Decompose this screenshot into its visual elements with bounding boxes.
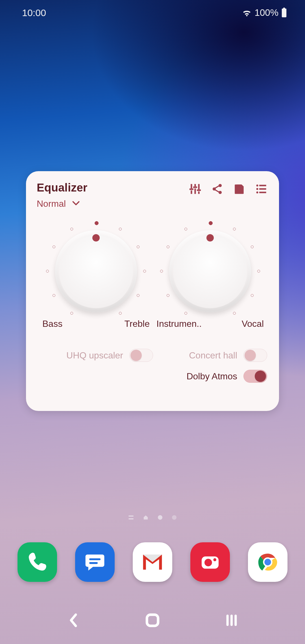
knob-tick [233,228,236,230]
knob-tick [209,221,213,225]
navigation-bar [0,606,305,634]
knob-tick [119,228,122,230]
svg-point-18 [256,184,258,186]
svg-rect-9 [198,192,200,194]
toggle-label: Dolby Atmos [186,371,237,382]
svg-rect-1 [283,8,285,9]
svg-rect-23 [259,192,266,193]
knob-tick [70,312,73,315]
knob-instrument-vocal[interactable]: Instrumen.. Vocal [154,226,267,329]
svg-rect-0 [282,8,286,17]
equalizer-widget: Equalizer Normal [26,171,279,411]
svg-rect-14 [214,185,220,189]
svg-point-29 [213,558,216,561]
svg-rect-15 [214,189,220,193]
svg-rect-7 [193,186,197,188]
list-icon[interactable] [255,182,268,195]
knob-label-left: Bass [42,319,62,329]
app-gmail[interactable] [133,542,172,582]
app-phone[interactable] [18,542,57,582]
svg-rect-4 [189,188,193,190]
share-icon[interactable] [211,182,224,195]
switch[interactable] [243,370,267,383]
knob-label-right: Vocal [242,319,264,329]
knob-tick [184,228,187,230]
svg-rect-21 [259,188,266,190]
status-bar: 10:00 100% [0,0,305,25]
knob-tick [251,245,254,248]
knob-tick [53,294,55,297]
nav-recents[interactable] [215,612,249,629]
toggle-label: UHQ upscaler [66,350,123,361]
svg-rect-8 [198,184,200,190]
switch[interactable] [243,349,267,362]
knob-tick [160,270,163,273]
knob-tick [95,221,99,225]
battery-icon [281,8,287,18]
svg-rect-3 [191,190,192,194]
knob-tick [257,270,260,273]
svg-rect-10 [197,190,201,191]
sliders-icon[interactable] [189,182,202,195]
preset-dropdown[interactable]: Normal [37,199,88,209]
knob-tick [137,294,140,297]
svg-rect-24 [89,558,101,560]
save-icon[interactable] [233,182,246,195]
chevron-down-icon [72,201,80,207]
knob-tick [184,312,187,315]
svg-point-28 [204,559,212,566]
knob-label-left: Instrumen.. [156,319,202,329]
knob-tick [137,245,140,248]
svg-rect-2 [191,184,192,189]
svg-point-22 [256,192,258,193]
svg-rect-6 [194,188,196,194]
page-dot-active[interactable] [158,515,162,520]
knob-tick [167,294,169,297]
svg-point-20 [256,188,258,190]
dock [0,542,305,582]
apps-page-icon[interactable] [128,515,134,519]
svg-rect-33 [147,615,158,626]
svg-point-17 [238,189,241,192]
page-indicators[interactable] [0,515,305,520]
toggle-label: Concert hall [189,350,237,361]
switch[interactable] [129,349,153,362]
knob-tick [46,270,49,273]
widget-title: Equalizer [37,181,88,194]
wifi-icon [242,8,252,17]
status-time: 10:00 [22,7,46,18]
app-chrome[interactable] [248,542,287,582]
knob-tick [53,245,55,248]
knob-tick [70,228,73,230]
toggle-concert[interactable]: Concert hall [159,349,267,362]
nav-back[interactable] [56,612,90,629]
knob-bass-treble[interactable]: Bass Treble [40,226,152,329]
app-messages[interactable] [75,542,115,582]
status-battery-text: 100% [255,7,278,18]
preset-label: Normal [37,199,66,209]
toggle-uhq[interactable]: UHQ upscaler [45,349,153,362]
svg-rect-5 [194,184,196,187]
knob-tick [251,294,254,297]
page-dot[interactable] [172,515,177,520]
knob-tick [143,270,146,273]
knob-tick [119,312,122,315]
toggle-dolby[interactable]: Dolby Atmos [159,370,267,383]
home-page-icon[interactable] [143,515,148,520]
svg-rect-19 [259,185,266,186]
app-camera[interactable] [190,542,230,582]
knob-label-right: Treble [124,319,150,329]
nav-home[interactable] [136,612,169,629]
knob-tick [233,312,236,315]
svg-rect-16 [236,184,241,188]
knob-tick [167,245,169,248]
svg-rect-25 [89,562,98,564]
